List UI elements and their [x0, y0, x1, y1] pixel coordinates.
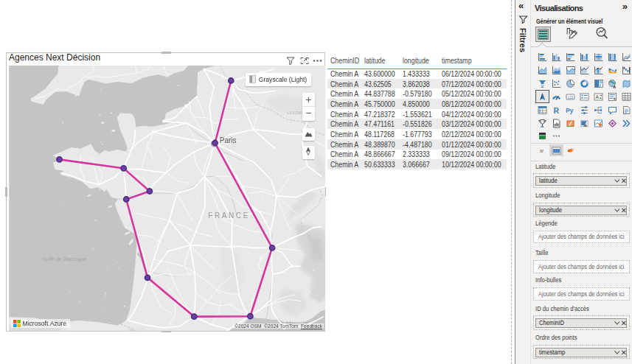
- svg-text:FRANCE: FRANCE: [208, 211, 250, 219]
- svg-text:Paris: Paris: [219, 136, 236, 144]
- svg-text:123: 123: [567, 95, 573, 99]
- svg-text:w: w: [539, 148, 544, 153]
- svg-text:A: A: [595, 94, 599, 99]
- svg-text:Golfe de Gascogne: Golfe de Gascogne: [42, 256, 86, 262]
- svg-text:Py: Py: [566, 107, 574, 114]
- svg-text:R: R: [553, 105, 559, 114]
